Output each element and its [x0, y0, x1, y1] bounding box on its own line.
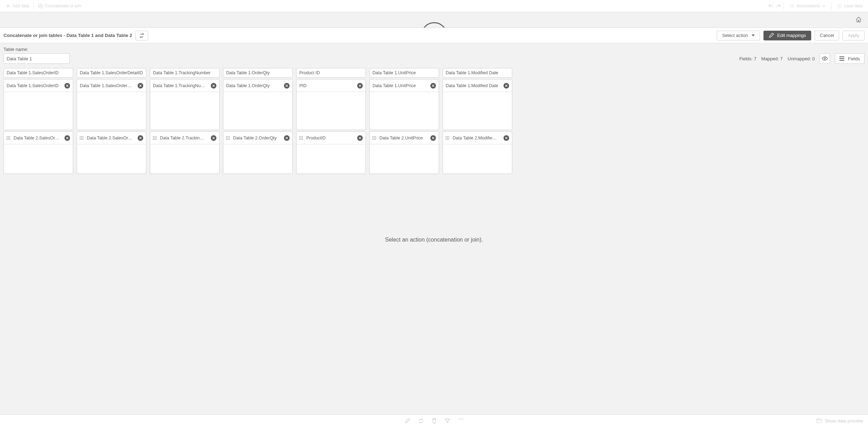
source-table2-box: Data Table 2.Modifie…	[443, 131, 512, 174]
column-header-input[interactable]: Data Table 1.UnitPrice	[369, 68, 439, 78]
column-header-input[interactable]: Product ID	[296, 68, 366, 78]
field-chip[interactable]: Data Table 1.UnitPrice	[370, 79, 439, 92]
source-table1-box: Data Table 1.OrderQty	[223, 79, 293, 130]
table-name-input[interactable]	[3, 53, 70, 64]
source-table1-box: Data Table 1.UnitPrice	[369, 79, 439, 130]
fields-count: Fields: 7	[739, 56, 756, 61]
spinner-strip	[0, 12, 868, 28]
source-table2-box: Data Table 2.UnitPrice	[369, 131, 439, 174]
field-chip[interactable]: Data Table 1.SalesOrderID	[4, 79, 73, 92]
field-chip[interactable]: Data Table 2.SalesOr…	[77, 132, 146, 144]
column: Data Table 1.SalesOrderDetailIDData Tabl…	[77, 68, 146, 174]
subheader-bar: Concatenate or join tables - Data Table …	[0, 28, 868, 43]
column-header-label: Data Table 1.Modified Date	[446, 70, 498, 75]
field-chip[interactable]: Data Table 1.OrderQty	[223, 79, 292, 92]
remove-mapping-icon[interactable]	[430, 135, 436, 141]
remove-mapping-icon[interactable]	[284, 135, 290, 141]
field-chip[interactable]: Data Table 2.Trackin…	[150, 132, 219, 144]
drag-handle-icon[interactable]	[80, 136, 84, 140]
toolbar-divider	[33, 2, 34, 10]
field-chip[interactable]: Data Table 2.SalesOr…	[4, 132, 73, 144]
remove-mapping-icon[interactable]	[64, 135, 70, 141]
drag-handle-icon[interactable]	[7, 136, 11, 140]
concat-join-label: Concatenate or join	[45, 3, 81, 8]
column-header-label: Data Table 1.UnitPrice	[372, 70, 416, 75]
source-table1-box: PID	[296, 79, 366, 130]
load-data-button[interactable]: Load data	[834, 2, 865, 10]
mapping-columns: Data Table 1.SalesOrderIDData Table 1.Sa…	[0, 66, 868, 177]
associations-button[interactable]: Associations	[787, 2, 828, 10]
table-name-label: Table name:	[0, 43, 868, 52]
cancel-button[interactable]: Cancel	[815, 31, 839, 40]
play-circle-icon	[837, 3, 842, 8]
source-table1-box: Data Table 1.TrackingNu…	[150, 79, 220, 130]
drag-handle-icon[interactable]	[226, 136, 230, 140]
undo-icon[interactable]	[768, 3, 773, 8]
field-chip[interactable]: Data Table 1.Modified Date	[443, 79, 512, 92]
field-chip[interactable]: Data Table 2.Modifie…	[443, 132, 512, 144]
field-chip[interactable]: PID	[297, 79, 366, 92]
source-table2-box: ProductID	[296, 131, 366, 174]
drag-handle-icon[interactable]	[446, 136, 450, 140]
remove-mapping-icon[interactable]	[357, 83, 363, 89]
field-chip[interactable]: Data Table 1.TrackingNu…	[150, 79, 219, 92]
remove-mapping-icon[interactable]	[211, 135, 216, 141]
source-table2-box: Data Table 2.OrderQty	[223, 131, 293, 174]
tables-icon	[38, 3, 43, 8]
field-name: Data Table 1.TrackingNu…	[153, 83, 208, 88]
field-chip[interactable]: Data Table 2.OrderQty	[223, 132, 292, 144]
column: Data Table 1.Modified DateData Table 1.M…	[443, 68, 512, 174]
drag-handle-icon[interactable]	[153, 136, 157, 140]
fields-menu-button[interactable]: Fields	[835, 53, 865, 64]
eye-icon	[822, 56, 828, 61]
drag-handle-icon[interactable]	[372, 136, 377, 140]
remove-mapping-icon[interactable]	[64, 83, 70, 89]
field-chip[interactable]: ProductID	[297, 132, 366, 144]
svg-point-4	[824, 58, 825, 59]
field-name: Data Table 1.Modified Date	[446, 83, 501, 88]
drag-handle-icon[interactable]	[299, 136, 304, 140]
svg-point-2	[791, 5, 793, 7]
hamburger-icon	[839, 56, 844, 61]
add-data-button[interactable]: Add data	[3, 2, 32, 10]
remove-mapping-icon[interactable]	[138, 83, 143, 89]
edit-mappings-button[interactable]: Edit mappings	[763, 31, 811, 40]
remove-mapping-icon[interactable]	[504, 135, 509, 141]
plus-icon	[6, 3, 10, 8]
select-action-label: Select action	[722, 33, 748, 38]
redo-icon[interactable]	[776, 3, 781, 8]
column-header-input[interactable]: Data Table 1.TrackingNumber	[150, 68, 220, 78]
column-header-input[interactable]: Data Table 1.OrderQty	[223, 68, 293, 78]
top-toolbar: Add data Concatenate or join Association…	[0, 0, 868, 12]
remove-mapping-icon[interactable]	[357, 135, 363, 141]
source-table1-box: Data Table 1.SalesOrder…	[77, 79, 146, 130]
remove-mapping-icon[interactable]	[504, 83, 509, 89]
unmapped-count: Unmapped: 0	[788, 56, 815, 61]
source-table2-box: Data Table 2.SalesOr…	[77, 131, 146, 174]
home-icon[interactable]	[855, 16, 862, 23]
column-header-input[interactable]: Data Table 1.SalesOrderID	[3, 68, 73, 78]
cancel-label: Cancel	[820, 33, 834, 38]
remove-mapping-icon[interactable]	[138, 135, 143, 141]
field-name: Data Table 2.OrderQty	[233, 136, 281, 140]
concatenate-or-join-button[interactable]: Concatenate or join	[35, 2, 84, 10]
field-name: Data Table 2.UnitPrice	[379, 136, 428, 140]
field-chip[interactable]: Data Table 1.SalesOrder…	[77, 79, 146, 92]
column: Data Table 1.SalesOrderIDData Table 1.Sa…	[3, 68, 73, 174]
preview-toggle-button[interactable]	[820, 53, 830, 64]
column-header-input[interactable]: Data Table 1.SalesOrderDetailID	[77, 68, 146, 78]
action-prompt: Select an action (concatenation or join)…	[0, 177, 868, 253]
select-action-dropdown[interactable]: Select action	[717, 31, 760, 40]
field-chip[interactable]: Data Table 2.UnitPrice	[370, 132, 439, 144]
remove-mapping-icon[interactable]	[211, 83, 216, 89]
field-name: Data Table 2.Trackin…	[160, 136, 208, 140]
column: Data Table 1.TrackingNumberData Table 1.…	[150, 68, 220, 174]
apply-button[interactable]: Apply	[843, 31, 865, 40]
column-header-input[interactable]: Data Table 1.Modified Date	[443, 68, 512, 78]
remove-mapping-icon[interactable]	[430, 83, 436, 89]
eye-icon	[790, 3, 794, 8]
remove-mapping-icon[interactable]	[284, 83, 290, 89]
field-name: Data Table 2.SalesOr…	[87, 136, 135, 140]
edit-mappings-label: Edit mappings	[777, 33, 806, 38]
swap-tables-button[interactable]	[136, 31, 148, 40]
